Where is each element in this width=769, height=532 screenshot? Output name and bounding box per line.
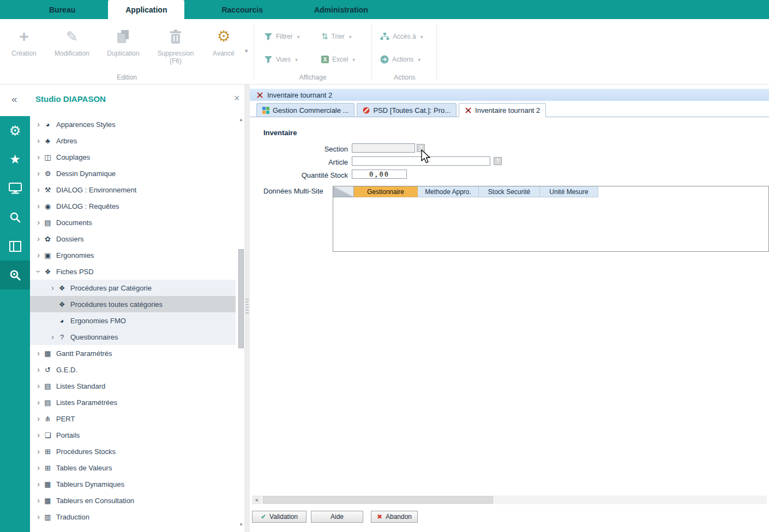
chevron-right-icon[interactable]: › [34, 202, 43, 210]
creation-button[interactable]: + Création [3, 23, 45, 57]
tree-item[interactable]: ›▥Traduction [30, 509, 236, 525]
monitor-icon [9, 183, 22, 194]
chevron-right-icon[interactable]: › [34, 496, 43, 505]
chevron-right-icon[interactable]: › [34, 169, 43, 178]
panel-splitter[interactable] [244, 84, 250, 532]
vues-button[interactable]: Vues ▾ [264, 53, 298, 66]
tree-item-fiches-psd[interactable]: ›❖Fiches PSD [30, 263, 236, 280]
column-header-methode-appro[interactable]: Methode Appro. [418, 186, 479, 197]
chevron-right-icon[interactable]: › [34, 382, 43, 390]
tree-item[interactable]: ›▣Ergonomies [30, 247, 236, 263]
menu-tab-bureau[interactable]: Bureau [32, 0, 93, 19]
trier-button[interactable]: ⇅ Trier ▾ [321, 30, 352, 43]
rail-search-button[interactable] [0, 203, 30, 232]
scrollbar-thumb[interactable] [238, 249, 244, 348]
avance-button[interactable]: ⚙ Avancé [204, 23, 243, 57]
excel-button[interactable]: X Excel ▾ [321, 53, 355, 66]
scrollbar-thumb[interactable] [263, 496, 493, 504]
column-header-stock-securite[interactable]: Stock Securité [479, 186, 540, 197]
actions-button[interactable]: Actions ▾ [380, 53, 420, 66]
rail-gear-button[interactable]: ⚙ [0, 116, 30, 145]
chevron-right-icon[interactable]: › [34, 251, 43, 259]
chevron-right-icon[interactable]: › [34, 414, 43, 423]
rail-favorites-button[interactable]: ★ [0, 145, 30, 174]
menu-tab-raccourcis[interactable]: Raccourcis [204, 0, 280, 19]
scroll-up-icon[interactable]: ▲ [238, 117, 244, 122]
chevron-right-icon[interactable]: › [34, 365, 43, 374]
tab-gestion-commerciale[interactable]: Gestion Commerciale ... [256, 103, 355, 117]
tree-item[interactable]: ›↺G.E.D. [30, 361, 236, 378]
chevron-right-icon[interactable]: › [34, 349, 43, 358]
tree-item[interactable]: ◕Ergonomies FMO [30, 312, 236, 329]
tree-item[interactable]: ›▤Listes Standard [30, 378, 236, 394]
avance-dropdown-icon[interactable]: ▾ [245, 47, 248, 55]
scroll-down-icon[interactable]: ▼ [238, 522, 244, 527]
table-corner-cell[interactable] [333, 186, 354, 197]
tree-item[interactable]: ›⚒DIALOG : Environnement [30, 182, 236, 198]
tree-item[interactable]: ›⋔PERT [30, 410, 236, 427]
abandon-button[interactable]: ✖ Abandon [371, 511, 418, 523]
column-header-gestionnaire[interactable]: Gestionnaire [354, 186, 418, 197]
collapse-panel-icon[interactable]: « [11, 93, 17, 105]
chevron-right-icon[interactable]: › [34, 218, 43, 227]
horizontal-scrollbar[interactable]: ◄ [252, 495, 767, 504]
chevron-right-icon[interactable]: › [34, 480, 43, 488]
aide-button[interactable]: Aide [311, 511, 363, 523]
article-help-button[interactable]: ? [494, 157, 502, 165]
tree-item[interactable]: ›◫Couplages [30, 149, 236, 165]
tree-item[interactable]: ›⊞Procédures Stocks [30, 443, 236, 460]
chevron-right-icon[interactable]: › [34, 185, 43, 194]
chevron-right-icon[interactable]: › [34, 447, 43, 456]
tree-item-selected[interactable]: ❖Procédures toutes catégories [30, 296, 236, 312]
chevron-right-icon[interactable]: › [34, 398, 43, 407]
modification-button[interactable]: ✎ Modification [49, 23, 95, 57]
splitter-grip-icon[interactable] [245, 299, 249, 315]
tree-item[interactable]: ›▦Gantt Paramétrés [30, 345, 236, 361]
tree-item[interactable]: ›▤Documents [30, 214, 236, 231]
section-input[interactable] [352, 143, 415, 153]
suppression-button[interactable]: Suppression (F6) [151, 23, 201, 65]
rail-data-search-button[interactable] [0, 261, 30, 289]
rail-desktop-button[interactable] [0, 174, 30, 203]
tree-item[interactable]: ›▦Tableurs Dynamiques [30, 476, 236, 492]
validation-button[interactable]: ✔ Validation [252, 511, 307, 523]
chevron-right-icon[interactable]: › [34, 463, 43, 472]
rail-panels-button[interactable] [0, 232, 30, 261]
chevron-expanded-icon[interactable]: › [34, 268, 43, 276]
menu-tab-application[interactable]: Application [108, 0, 184, 19]
tab-psd-toutes-cat[interactable]: PSD [Toutes Cat.]: Pro... [357, 103, 456, 117]
scroll-left-icon[interactable]: ◄ [252, 495, 261, 504]
section-lookup-button[interactable]: ? [417, 144, 425, 152]
chevron-right-icon[interactable]: › [34, 136, 43, 145]
column-header-unite-mesure[interactable]: Unité Mesure [540, 186, 598, 197]
tree-item[interactable]: ›❏Portails [30, 427, 236, 443]
tree-item[interactable]: ›♣Arbres [30, 132, 236, 149]
tree-scrollbar[interactable]: ▲ ▼ [238, 117, 244, 527]
tree-item[interactable]: ›▤Listes Paramétrées [30, 394, 236, 410]
tree-item[interactable]: ›◕Apparences Styles [30, 116, 236, 132]
chevron-right-icon[interactable]: › [34, 234, 43, 243]
tree-item-label: Gantt Paramétrés [56, 349, 112, 358]
chevron-right-icon[interactable]: › [49, 332, 57, 341]
tree-item[interactable]: ›✿Dossiers [30, 231, 236, 247]
multi-site-table[interactable]: Gestionnaire Methode Appro. Stock Securi… [333, 186, 769, 252]
tab-inventaire-tournant[interactable]: Inventaire tournant 2 [459, 103, 546, 117]
article-input[interactable] [352, 156, 490, 166]
tree-item[interactable]: ›?Questionnaires [30, 329, 236, 345]
filtrer-button[interactable]: Filtrer ▾ [264, 30, 300, 43]
duplication-button[interactable]: Duplication [100, 23, 146, 57]
tree-item[interactable]: ›❖Procédures par Catégorie [30, 280, 236, 296]
chevron-right-icon[interactable]: › [34, 120, 43, 129]
acces-a-button[interactable]: Accès à ▾ [380, 30, 423, 43]
tree-item[interactable]: ›⊞Tables de Valeurs [30, 460, 236, 476]
tree-item[interactable]: ›◉DIALOG : Requêtes [30, 198, 236, 214]
menu-tab-administration[interactable]: Administration [297, 0, 386, 19]
quantite-stock-input[interactable] [352, 170, 407, 179]
chevron-right-icon[interactable]: › [34, 512, 43, 521]
chevron-right-icon[interactable]: › [34, 153, 43, 161]
tree-item[interactable]: ›▦Tableurs en Consultation [30, 492, 236, 509]
tree-item[interactable]: ›⚙Dessin Dynamique [30, 165, 236, 182]
chevron-right-icon[interactable]: › [34, 431, 43, 439]
chevron-right-icon[interactable]: › [49, 283, 57, 292]
close-panel-icon[interactable]: × [234, 93, 240, 104]
